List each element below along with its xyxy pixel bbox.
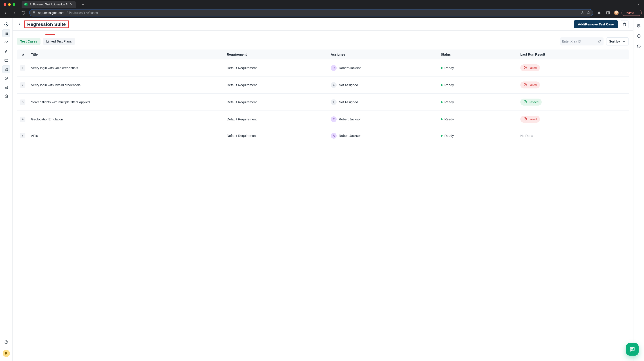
row-title[interactable]: APIs [28, 128, 224, 144]
result-label: Failed [528, 66, 537, 70]
result-label: Failed [528, 118, 537, 121]
row-requirement[interactable]: Default Requirement [224, 111, 328, 128]
row-requirement[interactable]: Default Requirement [224, 128, 328, 144]
add-remove-test-case-button[interactable]: Add/Remove Test Case [574, 20, 618, 28]
unassigned-icon [331, 99, 336, 105]
row-status: Ready [438, 60, 518, 77]
assignee-name: Robert Jackson [339, 134, 362, 138]
left-rail: R [0, 18, 12, 361]
row-assignee[interactable]: Not Assigned [328, 77, 438, 94]
new-tab-button[interactable] [80, 1, 86, 8]
side-panel-icon[interactable] [605, 10, 611, 16]
xray-id-input[interactable] [562, 40, 596, 43]
browser-update-button[interactable]: Update [622, 10, 642, 16]
result-failed-icon [524, 66, 527, 70]
maximize-window-icon[interactable] [12, 3, 15, 6]
row-requirement[interactable]: Default Requirement [224, 94, 328, 111]
svg-rect-8 [6, 32, 6, 33]
svg-rect-11 [6, 33, 6, 34]
table-row[interactable]: 4GeolocationEmulationDefault Requirement… [17, 111, 629, 128]
link-icon[interactable] [598, 39, 601, 44]
tab-close-icon[interactable] [70, 3, 73, 7]
address-bar[interactable]: app.testsigma.com/ui/td/suites/179/cases [29, 9, 593, 17]
row-requirement[interactable]: Default Requirement [224, 77, 328, 94]
result-label: Passed [528, 100, 538, 104]
chat-fab[interactable] [626, 343, 638, 355]
chat-icon [630, 346, 635, 352]
url-path: /ui/td/suites/179/cases [67, 11, 98, 15]
assignee-name: Robert Jackson [339, 66, 362, 70]
right-rail-history-icon[interactable] [635, 43, 642, 50]
rail-suites[interactable] [2, 65, 10, 73]
row-title[interactable]: Search flights with multiple filters app… [28, 94, 224, 111]
row-assignee[interactable]: RRobert Jackson [328, 111, 438, 128]
table-row[interactable]: 2Verify login with invalid credentialsDe… [17, 77, 629, 94]
row-assignee[interactable]: RRobert Jackson [328, 128, 438, 144]
row-assignee[interactable]: Not Assigned [328, 94, 438, 111]
rail-runs[interactable] [2, 74, 10, 82]
app-logo-icon[interactable] [2, 20, 10, 28]
rail-dashboard[interactable] [2, 29, 10, 37]
col-header-title[interactable]: Title [28, 50, 224, 60]
back-button[interactable] [17, 22, 22, 27]
rail-user-initial: R [5, 351, 7, 355]
right-rail [633, 18, 644, 361]
status-dot-icon [441, 84, 442, 86]
browser-update-label: Update [624, 11, 634, 15]
result-label: No Runs [520, 134, 533, 138]
row-requirement[interactable]: Default Requirement [224, 60, 328, 77]
browser-tab[interactable]: AI Powered Test Automation P [22, 1, 76, 8]
delete-button[interactable] [620, 20, 629, 28]
right-rail-settings-icon[interactable] [635, 22, 642, 29]
share-icon[interactable] [581, 11, 584, 15]
col-header-result[interactable]: Last Run Result [518, 50, 629, 60]
close-window-icon[interactable] [4, 3, 6, 6]
rail-files[interactable] [2, 56, 10, 64]
table-row[interactable]: 3Search flights with multiple filters ap… [17, 94, 629, 111]
tab-test-cases[interactable]: Test Cases [17, 38, 40, 45]
row-status: Ready [438, 94, 518, 111]
minimize-window-icon[interactable] [8, 3, 11, 6]
row-result: Failed [518, 60, 629, 77]
row-status: Ready [438, 111, 518, 128]
assignee-avatar: R [331, 133, 336, 139]
svg-point-3 [636, 13, 636, 13]
extensions-icon[interactable] [596, 10, 602, 16]
table-row[interactable]: 1Verify login with valid credentialsDefa… [17, 60, 629, 77]
table-row[interactable]: 5APIsDefault RequirementRRobert JacksonR… [17, 128, 629, 144]
col-header-status[interactable]: Status [438, 50, 518, 60]
sort-by-dropdown[interactable]: Sort by [606, 37, 629, 46]
status-dot-icon [441, 67, 442, 69]
row-title[interactable]: Verify login with invalid credentials [28, 77, 224, 94]
svg-point-25 [6, 343, 6, 343]
status-label: Ready [444, 66, 454, 70]
rail-reports[interactable] [2, 83, 10, 91]
nav-forward-button[interactable] [11, 10, 18, 16]
browser-profile-avatar[interactable] [614, 10, 619, 15]
assignee-name: Not Assigned [339, 83, 358, 87]
rail-user-avatar[interactable]: R [3, 350, 10, 357]
page-title: Regression Suite [27, 22, 66, 27]
col-header-assignee[interactable]: Assignee [328, 50, 438, 60]
tab-label: Linked Test Plans [46, 40, 72, 43]
col-header-requirement[interactable]: Requirement [224, 50, 328, 60]
nav-reload-button[interactable] [20, 10, 26, 16]
row-title[interactable]: GeolocationEmulation [28, 111, 224, 128]
nav-back-button[interactable] [2, 10, 8, 16]
rail-help[interactable] [2, 338, 10, 346]
all-tabs-dropdown[interactable] [637, 3, 640, 7]
assignee-name: Robert Jackson [339, 118, 362, 121]
bookmark-icon[interactable] [587, 11, 590, 15]
rail-speed[interactable] [2, 38, 10, 46]
tab-linked-test-plans[interactable]: Linked Test Plans [43, 38, 75, 45]
right-rail-info-icon[interactable] [635, 33, 642, 40]
tab-favicon-icon [24, 3, 28, 6]
row-status: Ready [438, 128, 518, 144]
rail-edit[interactable] [2, 47, 10, 55]
rail-settings[interactable] [2, 92, 10, 100]
url-host: app.testsigma.com [38, 11, 64, 15]
window-controls[interactable] [4, 3, 15, 6]
row-assignee[interactable]: RRobert Jackson [328, 60, 438, 77]
row-title[interactable]: Verify login with valid credentials [28, 60, 224, 77]
svg-rect-2 [606, 12, 610, 14]
